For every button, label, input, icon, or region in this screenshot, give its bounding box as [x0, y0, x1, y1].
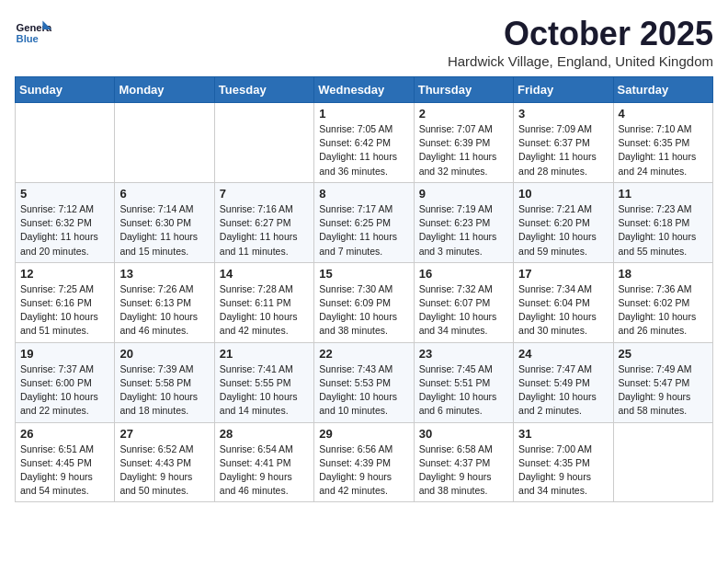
day-number: 15: [319, 267, 408, 281]
day-number: 5: [20, 187, 109, 201]
cell-content: Sunrise: 6:54 AM Sunset: 4:41 PM Dayligh…: [220, 442, 309, 499]
cell-content: Sunrise: 7:14 AM Sunset: 6:30 PM Dayligh…: [119, 202, 209, 259]
calendar-cell: 2Sunrise: 7:07 AM Sunset: 6:39 PM Daylig…: [414, 103, 513, 183]
calendar-table: SundayMondayTuesdayWednesdayThursdayFrid…: [15, 76, 713, 502]
day-number: 28: [220, 427, 309, 441]
cell-content: Sunrise: 7:09 AM Sunset: 6:37 PM Dayligh…: [518, 122, 608, 178]
day-number: 23: [419, 347, 508, 361]
week-row-4: 19Sunrise: 7:37 AM Sunset: 6:00 PM Dayli…: [16, 342, 713, 422]
day-number: 30: [419, 427, 508, 441]
calendar-cell: 16Sunrise: 7:32 AM Sunset: 6:07 PM Dayli…: [414, 262, 513, 342]
cell-content: Sunrise: 7:26 AM Sunset: 6:13 PM Dayligh…: [119, 282, 209, 339]
location: Hardwick Village, England, United Kingdo…: [448, 53, 713, 69]
week-row-1: 1Sunrise: 7:05 AM Sunset: 6:42 PM Daylig…: [16, 103, 713, 183]
day-header-monday: Monday: [115, 77, 214, 103]
cell-content: Sunrise: 7:41 AM Sunset: 5:55 PM Dayligh…: [220, 362, 309, 419]
day-number: 20: [119, 347, 209, 361]
calendar-cell: 12Sunrise: 7:25 AM Sunset: 6:16 PM Dayli…: [16, 262, 115, 342]
day-number: 1: [319, 107, 408, 121]
day-number: 8: [319, 187, 408, 201]
day-number: 16: [419, 267, 508, 281]
day-header-sunday: Sunday: [16, 77, 115, 103]
cell-content: Sunrise: 7:25 AM Sunset: 6:16 PM Dayligh…: [20, 282, 109, 339]
calendar-header-row: SundayMondayTuesdayWednesdayThursdayFrid…: [16, 77, 713, 103]
calendar-cell: 15Sunrise: 7:30 AM Sunset: 6:09 PM Dayli…: [314, 262, 414, 342]
logo-icon: General Blue: [15, 15, 51, 52]
day-number: 29: [319, 427, 408, 441]
cell-content: Sunrise: 7:07 AM Sunset: 6:39 PM Dayligh…: [419, 122, 508, 178]
day-number: 10: [518, 187, 608, 201]
calendar-cell: [16, 103, 115, 183]
cell-content: Sunrise: 6:58 AM Sunset: 4:37 PM Dayligh…: [419, 442, 508, 499]
calendar-cell: 8Sunrise: 7:17 AM Sunset: 6:25 PM Daylig…: [314, 182, 414, 262]
calendar-cell: 23Sunrise: 7:45 AM Sunset: 5:51 PM Dayli…: [414, 342, 513, 422]
calendar-cell: 21Sunrise: 7:41 AM Sunset: 5:55 PM Dayli…: [214, 342, 313, 422]
cell-content: Sunrise: 7:36 AM Sunset: 6:02 PM Dayligh…: [619, 282, 708, 339]
calendar-cell: 27Sunrise: 6:52 AM Sunset: 4:43 PM Dayli…: [115, 422, 214, 502]
cell-content: Sunrise: 7:05 AM Sunset: 6:42 PM Dayligh…: [319, 122, 408, 178]
calendar-cell: 28Sunrise: 6:54 AM Sunset: 4:41 PM Dayli…: [214, 422, 313, 502]
day-number: 9: [419, 187, 508, 201]
cell-content: Sunrise: 7:10 AM Sunset: 6:35 PM Dayligh…: [619, 122, 708, 178]
calendar-cell: 9Sunrise: 7:19 AM Sunset: 6:23 PM Daylig…: [414, 182, 513, 262]
week-row-5: 26Sunrise: 6:51 AM Sunset: 4:45 PM Dayli…: [16, 422, 713, 502]
day-number: 31: [518, 427, 608, 441]
week-row-2: 5Sunrise: 7:12 AM Sunset: 6:32 PM Daylig…: [16, 182, 713, 262]
day-number: 11: [619, 187, 708, 201]
week-row-3: 12Sunrise: 7:25 AM Sunset: 6:16 PM Dayli…: [16, 262, 713, 342]
cell-content: Sunrise: 7:17 AM Sunset: 6:25 PM Dayligh…: [319, 202, 408, 259]
calendar-cell: 20Sunrise: 7:39 AM Sunset: 5:58 PM Dayli…: [115, 342, 214, 422]
cell-content: Sunrise: 7:49 AM Sunset: 5:47 PM Dayligh…: [619, 362, 708, 419]
cell-content: Sunrise: 7:43 AM Sunset: 5:53 PM Dayligh…: [319, 362, 408, 419]
logo: General Blue: [15, 15, 55, 52]
calendar-cell: 5Sunrise: 7:12 AM Sunset: 6:32 PM Daylig…: [16, 182, 115, 262]
day-header-friday: Friday: [514, 77, 613, 103]
day-number: 26: [20, 427, 109, 441]
day-number: 17: [518, 267, 608, 281]
calendar-cell: [214, 103, 313, 183]
calendar-cell: 14Sunrise: 7:28 AM Sunset: 6:11 PM Dayli…: [214, 262, 313, 342]
day-number: 19: [20, 347, 109, 361]
calendar-cell: 17Sunrise: 7:34 AM Sunset: 6:04 PM Dayli…: [514, 262, 613, 342]
day-number: 4: [619, 107, 708, 121]
day-number: 18: [619, 267, 708, 281]
cell-content: Sunrise: 6:51 AM Sunset: 4:45 PM Dayligh…: [20, 442, 109, 499]
day-number: 3: [518, 107, 608, 121]
day-number: 21: [220, 347, 309, 361]
day-number: 12: [20, 267, 109, 281]
calendar-cell: 19Sunrise: 7:37 AM Sunset: 6:00 PM Dayli…: [16, 342, 115, 422]
calendar-cell: 11Sunrise: 7:23 AM Sunset: 6:18 PM Dayli…: [613, 182, 712, 262]
cell-content: Sunrise: 7:00 AM Sunset: 4:35 PM Dayligh…: [518, 442, 608, 499]
cell-content: Sunrise: 7:34 AM Sunset: 6:04 PM Dayligh…: [518, 282, 608, 339]
day-number: 24: [518, 347, 608, 361]
day-header-wednesday: Wednesday: [314, 77, 414, 103]
calendar-cell: 29Sunrise: 6:56 AM Sunset: 4:39 PM Dayli…: [314, 422, 414, 502]
cell-content: Sunrise: 7:23 AM Sunset: 6:18 PM Dayligh…: [619, 202, 708, 259]
calendar-cell: 10Sunrise: 7:21 AM Sunset: 6:20 PM Dayli…: [514, 182, 613, 262]
calendar-cell: 18Sunrise: 7:36 AM Sunset: 6:02 PM Dayli…: [613, 262, 712, 342]
calendar-cell: 22Sunrise: 7:43 AM Sunset: 5:53 PM Dayli…: [314, 342, 414, 422]
cell-content: Sunrise: 7:21 AM Sunset: 6:20 PM Dayligh…: [518, 202, 608, 259]
day-number: 14: [220, 267, 309, 281]
calendar-cell: 13Sunrise: 7:26 AM Sunset: 6:13 PM Dayli…: [115, 262, 214, 342]
cell-content: Sunrise: 7:16 AM Sunset: 6:27 PM Dayligh…: [220, 202, 309, 259]
cell-content: Sunrise: 7:32 AM Sunset: 6:07 PM Dayligh…: [419, 282, 508, 339]
calendar-cell: 3Sunrise: 7:09 AM Sunset: 6:37 PM Daylig…: [514, 103, 613, 183]
cell-content: Sunrise: 7:28 AM Sunset: 6:11 PM Dayligh…: [220, 282, 309, 339]
cell-content: Sunrise: 7:12 AM Sunset: 6:32 PM Dayligh…: [20, 202, 109, 259]
day-number: 22: [319, 347, 408, 361]
cell-content: Sunrise: 6:52 AM Sunset: 4:43 PM Dayligh…: [119, 442, 209, 499]
cell-content: Sunrise: 7:45 AM Sunset: 5:51 PM Dayligh…: [419, 362, 508, 419]
calendar-cell: 1Sunrise: 7:05 AM Sunset: 6:42 PM Daylig…: [314, 103, 414, 183]
day-header-tuesday: Tuesday: [214, 77, 313, 103]
title-area: October 2025 Hardwick Village, England, …: [448, 15, 713, 69]
cell-content: Sunrise: 7:19 AM Sunset: 6:23 PM Dayligh…: [419, 202, 508, 259]
calendar-cell: 30Sunrise: 6:58 AM Sunset: 4:37 PM Dayli…: [414, 422, 513, 502]
day-number: 27: [119, 427, 209, 441]
day-number: 25: [619, 347, 708, 361]
month-title: October 2025: [448, 15, 713, 53]
day-number: 7: [220, 187, 309, 201]
calendar-cell: [613, 422, 712, 502]
day-number: 2: [419, 107, 508, 121]
day-number: 13: [119, 267, 209, 281]
